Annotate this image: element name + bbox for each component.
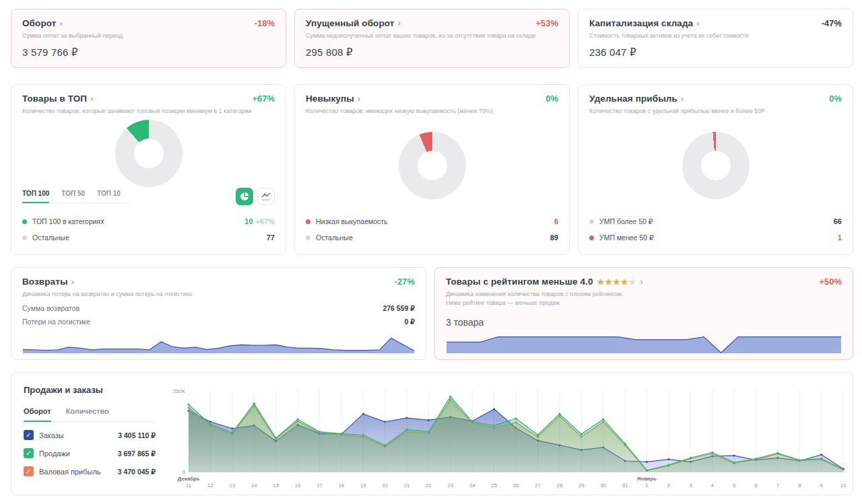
svg-text:28: 28 [557,483,563,489]
card-value: 236 047 ₽ [589,46,842,59]
legend-item: Остальные 89 [306,229,558,246]
returns-sparkline-chart [22,331,415,354]
pie-chart-toggle-button[interactable] [236,188,253,205]
chevron-right-icon: › [398,18,401,28]
card-turnover: Оборот› -18% Сумма оплат за выбранный пе… [11,9,286,68]
card-top-products-title[interactable]: Товары в ТОП› [22,94,94,104]
card-value: 295 808 ₽ [306,46,558,59]
card-low-rating: Товары с рейтингом меньше 4.0★★★★★› +50%… [434,267,853,360]
svg-text:Январь: Январь [637,476,657,482]
series-profit-row: ✓ Валовая прибыль 3 470 045 ₽ [24,466,156,476]
svg-text:20: 20 [382,483,388,489]
delta-badge: +50% [819,277,842,287]
series-label: Продажи [39,449,70,458]
line-chart-toggle-button[interactable] [257,188,275,205]
card-unit-profit: Удельная прибыль› 0% Количество товаров … [578,84,853,255]
svg-text:3: 3 [689,483,692,489]
tab-top-50[interactable]: ТОП 50 [61,190,85,197]
card-subtitle: Стоимость товарных активов из учета их с… [589,32,842,40]
profit-checkbox[interactable]: ✓ [24,466,34,476]
title-text: Невыкупы [306,94,354,104]
card-stock-capitalization-title[interactable]: Капитализация склада› [589,18,700,28]
legend-value: 1 [838,233,842,242]
card-returns-title[interactable]: Возвраты› [22,277,74,287]
sales-chart-area: 0250KДекабрьЯнварь1112131415161718192021… [166,384,847,491]
svg-text:24: 24 [469,483,475,489]
legend-dot [22,219,27,224]
svg-text:27: 27 [535,483,541,489]
legend-item: Остальные 77 [22,229,275,246]
legend-value: 66 [834,217,842,225]
svg-text:14: 14 [251,483,257,489]
tab-top-100[interactable]: ТОП 100 [22,190,49,197]
svg-text:0: 0 [183,469,185,475]
legend-value: 10 [244,217,253,225]
svg-text:11: 11 [186,483,191,489]
delta-badge: 0% [829,94,842,104]
series-orders-row: ✓ Заказы 3 405 110 ₽ [24,430,156,440]
series-value: 3 697 865 ₽ [118,449,156,458]
svg-text:Декабрь: Декабрь [178,476,200,482]
series-label: Заказы [39,431,64,439]
legend-label: Остальные [316,233,353,242]
legend-dot [306,219,310,224]
svg-text:22: 22 [426,483,432,489]
card-subtitle: Количество товаров, которые занимают топ… [22,107,275,116]
sales-orders-chart: 0250KДекабрьЯнварь1112131415161718192021… [166,384,847,491]
sales-checkbox[interactable]: ✓ [24,448,34,458]
card-sales-orders: Продажи и заказы Оборот Количество ✓ Зак… [11,372,853,495]
top-legend: ТОП 100 в категориях 10+67% Остальные 77 [22,213,275,246]
tab-quantity[interactable]: Количество [66,407,109,415]
row-value: 276 559 ₽ [383,304,415,312]
top-tabs: ТОП 100 ТОП 50 ТОП 10 [22,188,275,205]
card-turnover-title[interactable]: Оборот› [22,18,63,28]
legend-dot [306,236,310,240]
card-missed-turnover: Упущенный оборот› +53% Сумма недополучен… [294,9,570,68]
tab-turnover[interactable]: Оборот [24,407,51,415]
card-low-rating-title[interactable]: Товары с рейтингом меньше 4.0★★★★★› [446,277,643,287]
svg-text:9: 9 [820,483,823,489]
dashboard-page: Оборот› -18% Сумма оплат за выбранный пе… [0,0,862,504]
svg-text:30: 30 [600,483,606,489]
series-value: 3 470 045 ₽ [118,468,156,476]
card-subtitle: Динамика потерь на возвратах и сумма пот… [22,290,415,299]
title-text: Капитализация склада [589,18,693,28]
legend-item: ТОП 100 в категориях 10+67% [22,213,275,229]
series-value: 3 405 110 ₽ [118,431,156,439]
sales-title: Продажи и заказы [24,385,166,395]
row-value: 0 ₽ [405,318,415,326]
title-text: Товары с рейтингом меньше 4.0 [446,277,593,287]
delta-badge: 0% [545,94,558,104]
orders-checkbox[interactable]: ✓ [24,430,34,440]
svg-text:26: 26 [513,483,519,489]
legend-label: ТОП 100 в категориях [32,217,104,225]
svg-text:5: 5 [733,483,735,489]
unit-profit-donut-chart [682,132,750,199]
row-label: Потери на логистике [22,318,90,326]
title-text: Оборот [22,18,56,28]
line-chart-icon [261,192,271,201]
card-subtitle: Количество товаров с удельной прибылью м… [589,107,842,116]
card-unit-profit-title[interactable]: Удельная прибыль› [589,94,684,104]
non-buyouts-legend: Низкая выкупаемость 6 Остальные 89 [306,213,558,246]
chevron-right-icon: › [358,94,360,104]
card-missed-turnover-title[interactable]: Упущенный оборот› [306,18,401,28]
non-buyouts-donut-chart [399,132,466,199]
tab-top-10[interactable]: ТОП 10 [97,190,121,197]
svg-text:2: 2 [667,483,670,489]
row-label: Сумма возвратов [22,304,79,312]
top-products-donut-chart [115,120,183,187]
card-non-buyouts-title[interactable]: Невыкупы› [306,94,360,104]
title-text: Товары в ТОП [22,94,87,104]
rating-sparkline-chart [446,331,842,354]
legend-dot [589,236,594,240]
low-rating-count: 3 товара [446,317,842,328]
chevron-right-icon: › [71,277,74,287]
svg-text:29: 29 [578,483,585,489]
title-text: Возвраты [22,277,68,287]
legend-value: 6 [554,217,558,225]
card-value: 3 579 766 ₽ [22,46,275,59]
legend-item: Низкая выкупаемость 6 [306,213,558,229]
delta-badge: +53% [535,18,558,28]
svg-text:17: 17 [317,483,323,489]
